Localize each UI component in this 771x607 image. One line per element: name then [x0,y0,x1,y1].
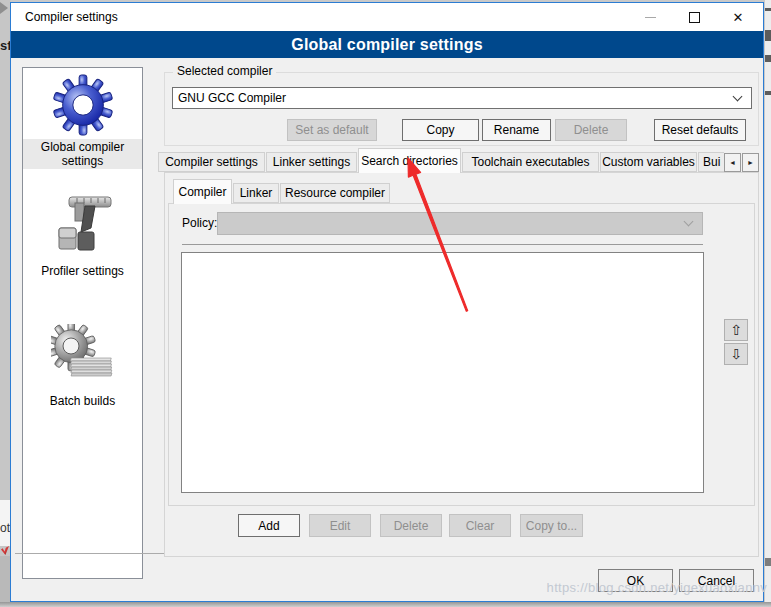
sidebar-item-label: Profiler settings [38,263,127,279]
compiler-settings-dialog: Compiler settings ✕ Global compiler sett… [10,2,764,602]
close-icon: ✕ [733,11,744,24]
ok-button[interactable]: OK [598,569,673,592]
maximize-icon [689,12,700,23]
background-chevron-fragment [0,2,8,14]
compiler-select-value: GNU GCC Compiler [173,91,734,105]
move-up-button[interactable]: ⇧ [724,319,748,341]
clear-directories-button[interactable]: Clear [449,514,511,537]
cancel-button[interactable]: Cancel [679,569,754,592]
dialog-header-title: Global compiler settings [291,36,483,54]
subtab-linker[interactable]: Linker [233,183,279,203]
minimize-icon [645,17,656,18]
tab-truncated[interactable]: Bui [698,152,724,172]
subtab-resource-compiler[interactable]: Resource compiler [280,183,390,203]
delete-compiler-button[interactable]: Delete [555,119,627,141]
blue-gear-icon [52,74,114,136]
policy-separator [182,244,703,245]
tab-linker-settings[interactable]: Linker settings [266,152,357,172]
edit-directory-button[interactable]: Edit [309,514,371,537]
background-window-bottom-sliver [0,602,771,607]
close-button[interactable]: ✕ [721,3,755,31]
caliper-icon [51,194,115,260]
compiler-select[interactable]: GNU GCC Compiler [172,87,752,109]
sidebar-item-global-compiler-settings[interactable]: Global compiler settings [23,74,142,169]
set-as-default-button[interactable]: Set as default [287,119,377,141]
move-down-button[interactable]: ⇩ [724,343,748,365]
subtab-compiler[interactable]: Compiler [173,179,232,204]
scroll-left-icon: ◄ [729,159,736,166]
window-title: Compiler settings [25,3,118,31]
copy-compiler-button[interactable]: Copy [402,119,479,141]
gray-gear-stack-icon [51,324,115,390]
sidebar-item-label: Batch builds [47,393,118,409]
arrow-up-icon: ⇧ [730,322,742,338]
dialog-header-band: Global compiler settings [11,31,763,58]
tab-scroll-right-button[interactable]: ► [742,153,759,172]
chevron-down-icon [684,217,694,227]
arrow-down-icon: ⇩ [730,346,742,362]
screenshot-stage: sf ot Compiler settings ✕ Glob [0,0,771,607]
minimize-button[interactable] [633,3,667,31]
tab-toolchain-executables[interactable]: Toolchain executables [462,152,599,172]
tab-custom-variables[interactable]: Custom variables [600,152,697,172]
delete-directory-button[interactable]: Delete [380,514,442,537]
group-label: Selected compiler [173,64,276,78]
background-text-fragment: ot [0,521,10,535]
reset-defaults-button[interactable]: Reset defaults [654,119,746,141]
sidebar-item-label: Global compiler settings [23,139,142,169]
background-red-mark-fragment [1,546,9,555]
title-bar[interactable]: Compiler settings ✕ [11,3,763,31]
settings-sidebar: Global compiler settings [22,67,143,579]
add-directory-button[interactable]: Add [238,514,300,537]
sidebar-item-profiler-settings[interactable]: Profiler settings [23,194,142,279]
tab-scroll-left-button[interactable]: ◄ [724,153,741,172]
copy-to-button[interactable]: Copy to... [520,514,583,537]
maximize-button[interactable] [677,3,711,31]
tab-compiler-settings[interactable]: Compiler settings [158,152,265,172]
scroll-right-icon: ► [747,159,754,166]
policy-label: Policy: [182,216,217,230]
selected-compiler-group: Selected compiler GNU GCC Compiler Set a… [164,72,759,146]
tab-search-directories[interactable]: Search directories [358,148,461,173]
policy-select [217,212,703,235]
background-window-right-sliver [765,0,771,607]
sidebar-item-batch-builds[interactable]: Batch builds [23,324,142,409]
chevron-down-icon [733,91,743,101]
rename-compiler-button[interactable]: Rename [482,119,551,141]
directories-listbox[interactable] [181,252,704,493]
